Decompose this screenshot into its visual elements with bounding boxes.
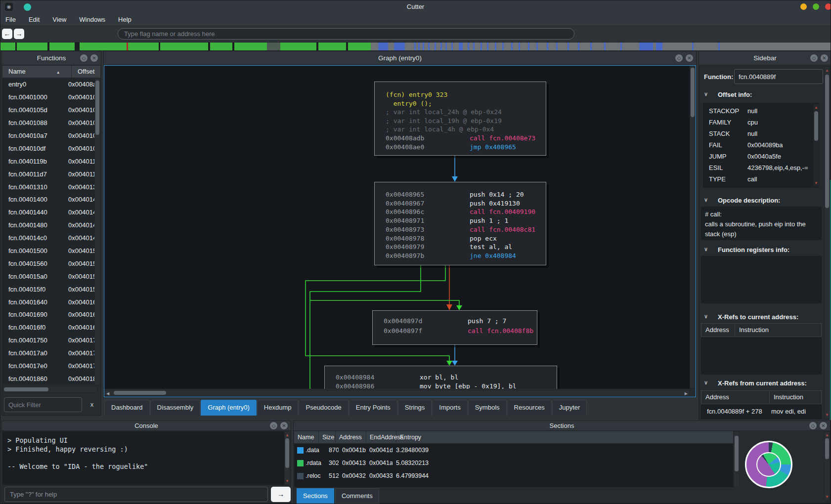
function-row[interactable]: fcn.004017e00x004017e bbox=[2, 360, 97, 373]
function-row[interactable]: fcn.004014000x0040140 bbox=[2, 193, 97, 206]
functions-col-name[interactable]: Name▲ bbox=[2, 66, 72, 78]
chevron-down-icon[interactable]: ∨ bbox=[704, 313, 708, 320]
function-row[interactable]: fcn.004010000x0040100 bbox=[2, 91, 97, 104]
function-row[interactable]: fcn.004010a70x004010a bbox=[2, 129, 97, 142]
menu-item[interactable]: Help bbox=[118, 16, 131, 23]
close-icon[interactable]: ✕ bbox=[820, 422, 827, 429]
menu-item[interactable]: Edit bbox=[29, 16, 40, 23]
disasm-line[interactable]: 0x0040896ccall fcn.00409190 bbox=[386, 208, 546, 216]
offset-info-scrollbar[interactable]: ▲▼ bbox=[813, 104, 819, 187]
graph-node-entry0[interactable]: (fcn) entry0 323 entry0 ();; var int loc… bbox=[374, 82, 546, 156]
function-row[interactable]: fcn.004016400x0040164 bbox=[2, 295, 97, 308]
undock-icon[interactable]: ◇ bbox=[809, 422, 817, 429]
scroll-left-icon[interactable]: ◀ bbox=[106, 391, 109, 396]
function-input[interactable] bbox=[734, 69, 823, 84]
tab[interactable]: Symbols bbox=[468, 400, 507, 416]
offset-info-header[interactable]: ∨Offset info: bbox=[718, 91, 752, 98]
console-output[interactable]: > Populating UI> Finished, happy reversi… bbox=[2, 431, 284, 485]
sections-table[interactable]: Name ▲ Size Address EndAddress Entropy .… bbox=[294, 431, 733, 487]
function-row[interactable]: fcn.004014400x0040144 bbox=[2, 206, 97, 219]
function-row[interactable]: fcn.004010880x0040108 bbox=[2, 117, 97, 129]
sections-panel-scrollbar[interactable]: ▲▼ bbox=[824, 431, 830, 501]
tab[interactable]: Pseudocode bbox=[299, 400, 348, 416]
disasm-line[interactable]: 0x00408986mov byte [ebp - 0x19], bl bbox=[336, 382, 557, 389]
graph-node-40897d[interactable]: 0x0040897dpush 7 ; 70x0040897fcall fcn.0… bbox=[372, 310, 537, 345]
function-row[interactable]: fcn.004014c00x004014c bbox=[2, 232, 97, 245]
disasm-line[interactable]: ; var int local_19h @ ebp-0x19 bbox=[386, 117, 546, 126]
function-row[interactable]: fcn.004013100x0040131 bbox=[2, 180, 97, 193]
chevron-down-icon[interactable]: ∨ bbox=[704, 246, 708, 252]
graph-hscrollbar[interactable]: ◀ ▶ bbox=[104, 390, 690, 396]
function-row[interactable]: fcn.004017a00x004017a bbox=[2, 347, 97, 360]
tab[interactable]: Jupyter bbox=[552, 400, 587, 416]
console-send-button[interactable]: → bbox=[271, 487, 291, 502]
sections-col-entropy[interactable]: Entropy bbox=[396, 431, 733, 443]
offset-info-row[interactable]: FAIL0x004089ba bbox=[703, 139, 819, 151]
sidebar-scrollbar[interactable]: ▲▼ bbox=[824, 66, 830, 419]
undock-icon[interactable]: ◇ bbox=[80, 54, 87, 62]
xrefs-to-table-body[interactable] bbox=[701, 337, 822, 375]
function-row[interactable]: fcn.004018600x0040186 bbox=[2, 372, 97, 385]
offset-info-row[interactable]: STACKOPnull bbox=[703, 105, 819, 117]
disasm-line[interactable]: 0x0040897dpush 7 ; 7 bbox=[384, 316, 537, 326]
tab[interactable]: Resources bbox=[507, 400, 552, 416]
sections-scrollbar[interactable] bbox=[734, 431, 740, 487]
close-icon[interactable]: ✕ bbox=[280, 422, 288, 429]
disasm-line[interactable]: ; var int local_4h @ ebp-0x4 bbox=[386, 125, 546, 134]
function-row[interactable]: fcn.004016f00x004016f bbox=[2, 321, 97, 334]
tab[interactable]: Disassembly bbox=[150, 400, 201, 416]
function-row[interactable]: fcn.004017500x0040175 bbox=[2, 334, 97, 347]
memory-map-strip[interactable] bbox=[0, 42, 831, 51]
function-row[interactable]: fcn.004016900x0040169 bbox=[2, 308, 97, 321]
function-row[interactable]: fcn.004015000x0040150 bbox=[2, 245, 97, 257]
xrefs-to-table-header[interactable]: Address Instruction bbox=[701, 323, 822, 337]
disasm-line[interactable]: 0x0040897fcall fcn.00408f8b bbox=[384, 326, 537, 336]
tab[interactable]: Imports bbox=[432, 400, 467, 416]
menu-item[interactable]: File bbox=[5, 16, 16, 23]
section-row[interactable]: .reloc51200x004320000x004334006.47993944 bbox=[294, 469, 733, 482]
functions-hscrollbar[interactable] bbox=[2, 386, 97, 393]
graph-node-408965[interactable]: 0x00408965push 0x14 ; 200x00408967push 0… bbox=[374, 182, 546, 265]
registers-header[interactable]: ∨Function registers info: bbox=[718, 246, 789, 253]
function-row[interactable]: fcn.0040105d0x0040105 bbox=[2, 104, 97, 117]
function-row[interactable]: fcn.004014800x0040148 bbox=[2, 219, 97, 232]
tab[interactable]: Hexdump bbox=[257, 400, 299, 416]
close-icon[interactable]: ✕ bbox=[821, 54, 828, 62]
disasm-line[interactable]: 0x00408971push 1 ; 1 bbox=[386, 216, 546, 225]
minimize-button[interactable] bbox=[800, 3, 807, 10]
console-input[interactable] bbox=[4, 487, 268, 502]
tab[interactable]: Strings bbox=[398, 400, 432, 416]
function-row[interactable]: fcn.004015600x0040156 bbox=[2, 257, 97, 270]
functions-vscrollbar[interactable] bbox=[94, 78, 100, 385]
chevron-down-icon[interactable]: ∨ bbox=[704, 91, 708, 97]
disasm-line[interactable]: 0x00408984xor bl, bl bbox=[336, 373, 557, 382]
function-row[interactable]: fcn.004011d70x004011d bbox=[2, 168, 97, 180]
xrefs-from-header[interactable]: ∨X-Refs from current address: bbox=[718, 379, 807, 387]
xrefs-from-table-body[interactable]: fcn.0040889f + 278mov edi, edi bbox=[701, 404, 822, 419]
close-icon[interactable]: ✕ bbox=[686, 54, 693, 62]
forward-button[interactable]: → bbox=[14, 29, 24, 39]
disasm-line[interactable]: entry0 (); bbox=[386, 99, 546, 108]
search-input[interactable] bbox=[118, 28, 574, 40]
close-button[interactable] bbox=[825, 3, 831, 10]
undock-icon[interactable]: ◇ bbox=[810, 54, 818, 62]
maximize-button[interactable] bbox=[813, 3, 819, 10]
tab[interactable]: Graph (entry0) bbox=[201, 400, 257, 416]
xrefs-from-table-header[interactable]: Address Instruction bbox=[701, 390, 822, 404]
disasm-line[interactable]: 0x00408adbcall fcn.00408e73 bbox=[386, 134, 546, 143]
disasm-line[interactable]: 0x00408967push 0x419130 bbox=[386, 199, 546, 208]
sections-col-endaddress[interactable]: EndAddress bbox=[366, 431, 396, 443]
back-button[interactable]: ← bbox=[2, 29, 12, 39]
xrefs-to-header[interactable]: ∨X-Refs to current address: bbox=[718, 313, 798, 321]
graph-node-408984[interactable]: 0x00408984xor bl, bl0x00408986mov byte [… bbox=[324, 366, 557, 389]
graph-vscrollbar[interactable] bbox=[690, 66, 696, 389]
tab[interactable]: Entry Points bbox=[349, 400, 397, 416]
xref-row[interactable]: fcn.0040889f + 278mov edi, edi bbox=[701, 404, 822, 418]
close-icon[interactable]: ✕ bbox=[90, 54, 98, 62]
graph-canvas[interactable]: (fcn) entry0 323 entry0 ();; var int loc… bbox=[104, 66, 690, 389]
clear-filter-button[interactable]: x bbox=[86, 399, 98, 410]
disasm-line[interactable]: 0x00408979test al, al bbox=[386, 243, 546, 252]
functions-list[interactable]: entry00x00408acfcn.004010000x0040100fcn.… bbox=[2, 78, 97, 385]
sections-col-name[interactable]: Name ▲ bbox=[294, 431, 319, 443]
sections-table-header[interactable]: Name ▲ Size Address EndAddress Entropy bbox=[294, 431, 733, 444]
